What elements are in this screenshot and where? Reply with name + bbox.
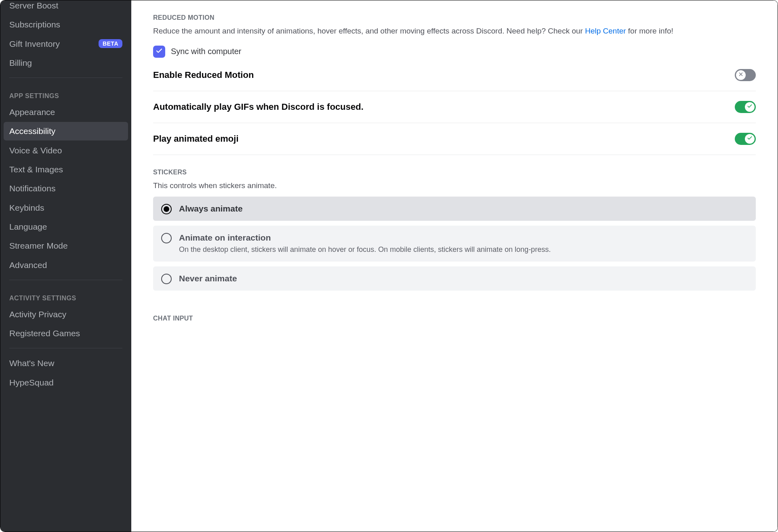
sidebar-item-label: Subscriptions	[9, 19, 60, 30]
sidebar-item-label: Streamer Mode	[9, 240, 68, 251]
sidebar-header-activity-settings: ACTIVITY SETTINGS	[4, 286, 128, 304]
sidebar-separator	[9, 280, 122, 280]
sidebar-item-text-images[interactable]: Text & Images	[4, 160, 128, 178]
app-window: Server Boost Subscriptions Gift Inventor…	[0, 0, 778, 532]
sync-with-computer-checkbox[interactable]	[153, 46, 165, 58]
animated-emoji-toggle[interactable]	[735, 133, 756, 145]
sidebar-item-label: Gift Inventory	[9, 38, 60, 49]
enable-reduced-motion-toggle[interactable]	[735, 69, 756, 81]
sidebar-item-label: Keybinds	[9, 202, 44, 213]
section-title-chat-input: CHAT INPUT	[153, 315, 756, 322]
toggle-label: Play animated emoji	[153, 134, 239, 144]
radio-icon	[161, 274, 172, 284]
section-desc-stickers: This controls when stickers animate.	[153, 180, 756, 191]
radio-subtitle: On the desktop client, stickers will ani…	[179, 245, 748, 255]
sidebar-item-appearance[interactable]: Appearance	[4, 103, 128, 121]
x-icon	[738, 71, 744, 79]
settings-sidebar[interactable]: Server Boost Subscriptions Gift Inventor…	[0, 0, 131, 532]
toggle-row-enable-reduced-motion: Enable Reduced Motion	[153, 69, 756, 91]
sidebar-item-streamer-mode[interactable]: Streamer Mode	[4, 237, 128, 255]
sidebar-separator	[9, 348, 122, 348]
sidebar-item-label: What's New	[9, 358, 54, 369]
toggle-row-auto-play-gifs: Automatically play GIFs when Discord is …	[153, 101, 756, 123]
sidebar-header-app-settings: APP SETTINGS	[4, 84, 128, 102]
radio-title: Animate on interaction	[179, 232, 748, 243]
section-desc-reduced-motion: Reduce the amount and intensity of anima…	[153, 25, 756, 37]
radio-title: Always animate	[179, 203, 748, 214]
auto-play-gifs-toggle[interactable]	[735, 101, 756, 113]
sticker-option-always[interactable]: Always animate	[153, 197, 756, 221]
sidebar-item-label: Language	[9, 221, 47, 232]
radio-icon	[161, 233, 172, 243]
check-icon	[747, 135, 753, 142]
sync-with-computer-label: Sync with computer	[171, 47, 242, 56]
sidebar-item-label: Registered Games	[9, 328, 80, 339]
sidebar-item-label: Server Boost	[9, 0, 58, 11]
sidebar-item-label: Notifications	[9, 183, 55, 194]
sidebar-item-gift-inventory[interactable]: Gift Inventory BETA	[4, 35, 128, 53]
help-center-link[interactable]: Help Center	[585, 27, 626, 35]
sidebar-item-server-boost[interactable]: Server Boost	[4, 0, 128, 15]
toggle-row-animated-emoji: Play animated emoji	[153, 133, 756, 155]
sidebar-item-label: Appearance	[9, 107, 55, 117]
sidebar-item-activity-privacy[interactable]: Activity Privacy	[4, 305, 128, 323]
sidebar-item-label: Voice & Video	[9, 145, 62, 156]
sidebar-item-voice-video[interactable]: Voice & Video	[4, 141, 128, 159]
sidebar-item-keybinds[interactable]: Keybinds	[4, 199, 128, 217]
sidebar-item-label: Text & Images	[9, 164, 63, 175]
toggle-knob	[745, 102, 755, 112]
sync-with-computer-row: Sync with computer	[153, 46, 756, 58]
toggle-knob	[736, 70, 746, 80]
check-icon	[156, 47, 163, 56]
sticker-option-on-interaction[interactable]: Animate on interaction On the desktop cl…	[153, 226, 756, 261]
sidebar-item-subscriptions[interactable]: Subscriptions	[4, 15, 128, 34]
sidebar-item-label: Billing	[9, 57, 32, 68]
sidebar-item-label: Advanced	[9, 260, 47, 270]
radio-title: Never animate	[179, 273, 748, 284]
sidebar-item-registered-games[interactable]: Registered Games	[4, 324, 128, 342]
check-icon	[747, 103, 753, 111]
sidebar-item-notifications[interactable]: Notifications	[4, 179, 128, 197]
sidebar-item-label: Activity Privacy	[9, 309, 66, 320]
beta-badge: BETA	[99, 39, 122, 48]
sidebar-item-billing[interactable]: Billing	[4, 54, 128, 72]
sidebar-item-advanced[interactable]: Advanced	[4, 256, 128, 274]
settings-content[interactable]: REDUCED MOTION Reduce the amount and int…	[131, 0, 778, 532]
radio-icon	[161, 204, 172, 214]
sidebar-item-label: Accessibility	[9, 126, 55, 136]
section-title-stickers: STICKERS	[153, 169, 756, 176]
sidebar-item-accessibility[interactable]: Accessibility	[4, 122, 128, 140]
sticker-option-never[interactable]: Never animate	[153, 266, 756, 291]
toggle-label: Automatically play GIFs when Discord is …	[153, 102, 364, 112]
sidebar-item-label: HypeSquad	[9, 377, 54, 388]
toggle-knob	[745, 134, 755, 144]
toggle-label: Enable Reduced Motion	[153, 70, 254, 80]
sidebar-item-hypesquad[interactable]: HypeSquad	[4, 373, 128, 392]
section-title-reduced-motion: REDUCED MOTION	[153, 14, 756, 21]
sidebar-item-language[interactable]: Language	[4, 218, 128, 236]
sidebar-item-whats-new[interactable]: What's New	[4, 354, 128, 372]
sidebar-separator	[9, 77, 122, 78]
